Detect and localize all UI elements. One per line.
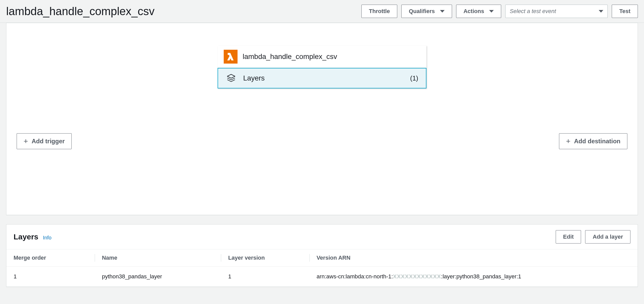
layers-count: (1) [410,74,420,82]
info-link[interactable]: Info [43,235,51,241]
cell-arn: arn:aws-cn:lambda:cn-north-1:XXXXXXXXXXX… [309,267,638,287]
layers-panel: Layers Info Edit Add a layer Merge order… [6,224,638,287]
plus-icon: + [24,137,28,145]
add-destination-label: Add destination [574,138,620,145]
test-event-select[interactable]: Select a test event [505,5,608,18]
layers-label: Layers [243,74,405,82]
qualifiers-dropdown[interactable]: Qualifiers [401,5,452,18]
layers-table: Merge order Name Layer version Version A… [6,249,638,287]
cell-merge-order: 1 [6,267,95,287]
chevron-down-icon [599,10,603,13]
cell-version: 1 [221,267,309,287]
col-arn[interactable]: Version ARN [309,249,638,267]
add-layer-button[interactable]: Add a layer [585,230,630,244]
test-event-placeholder: Select a test event [510,8,556,15]
actions-label: Actions [464,8,484,15]
page-title: lambda_handle_complex_csv [6,5,155,18]
add-destination-button[interactable]: + Add destination [559,133,627,149]
qualifiers-label: Qualifiers [409,8,435,15]
actions-dropdown[interactable]: Actions [456,5,501,18]
col-version[interactable]: Layer version [221,249,309,267]
function-header[interactable]: lambda_handle_complex_csv [218,46,426,68]
col-name[interactable]: Name [95,249,221,267]
designer-panel: lambda_handle_complex_csv Layers (1) + A… [6,23,638,215]
throttle-button[interactable]: Throttle [361,5,397,18]
col-merge-order[interactable]: Merge order [6,249,95,267]
layers-icon [224,73,238,83]
add-trigger-button[interactable]: + Add trigger [17,133,72,149]
add-trigger-label: Add trigger [32,138,65,145]
plus-icon: + [566,137,571,145]
lambda-icon [224,50,238,64]
cell-name: python38_pandas_layer [95,267,221,287]
function-card: lambda_handle_complex_csv Layers (1) [218,46,426,88]
layers-panel-title: Layers [14,232,38,241]
function-name: lambda_handle_complex_csv [243,53,337,61]
table-row[interactable]: 1 python38_pandas_layer 1 arn:aws-cn:lam… [6,267,638,287]
svg-marker-0 [227,74,235,78]
layers-node[interactable]: Layers (1) [218,68,426,88]
test-button[interactable]: Test [612,5,638,18]
header-actions: Throttle Qualifiers Actions Select a tes… [361,5,638,18]
edit-button[interactable]: Edit [556,230,581,244]
